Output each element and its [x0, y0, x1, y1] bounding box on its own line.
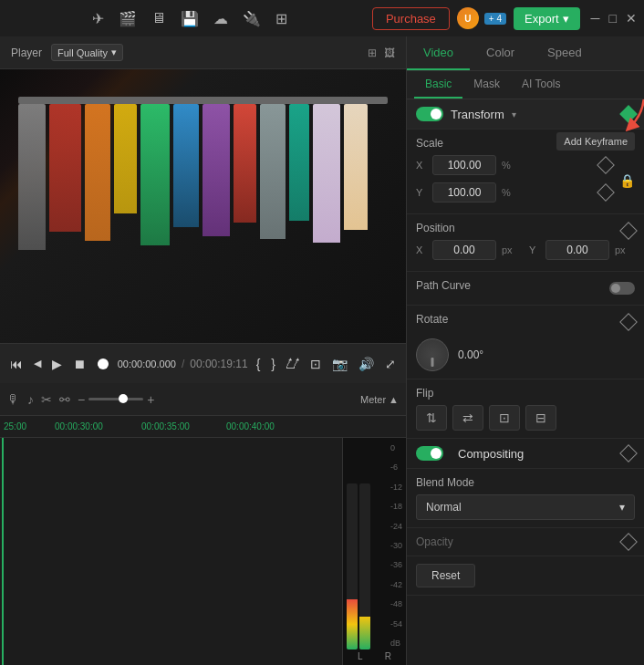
monitor-button[interactable]: ⊡ — [307, 354, 324, 374]
scale-rows: X % Y % 🔒 — [416, 155, 635, 206]
skip-back-button[interactable]: ⏮ — [7, 354, 26, 374]
scale-y-row: Y % — [416, 182, 612, 203]
tab-speed[interactable]: Speed — [531, 36, 598, 70]
zoom-in-button[interactable]: + — [147, 392, 154, 407]
meter-l-label: L — [358, 651, 363, 661]
clip-button[interactable]: ✂ — [41, 392, 52, 407]
timeline-content: 0 -6 -12 -18 -24 -30 -36 -42 -48 -54 dB — [0, 438, 406, 665]
flip-horizontal-button[interactable]: ⇄ — [452, 405, 483, 431]
timeline-area: 🎙 ♪ ✂ ⚯ − + Meter ▲ 25: — [0, 383, 406, 665]
meter-r-label: R — [385, 651, 391, 661]
image-view-icon[interactable]: 🖼 — [384, 47, 395, 59]
fullscreen-button[interactable]: ⤢ — [382, 354, 399, 374]
position-section: Position X px Y px — [407, 214, 644, 272]
zoom-out-button[interactable]: − — [78, 392, 85, 407]
rotate-section: Rotate 0.00° — [407, 306, 644, 379]
meter-42: -42 — [390, 580, 402, 589]
titlebar: ✈ 🎬 🖥 💾 ☁ 🔌 ⊞ Purchase U + 4 Export ▾ ─ … — [0, 0, 644, 36]
meter-6: -6 — [390, 462, 402, 472]
bracket-open-button[interactable]: { — [254, 354, 264, 374]
reset-button[interactable]: Reset — [416, 564, 475, 587]
opacity-keyframe[interactable] — [619, 533, 638, 551]
play-button[interactable]: ▶ — [49, 354, 65, 374]
music-button[interactable]: ♪ — [27, 392, 34, 407]
plugin-icon[interactable]: 🔌 — [243, 10, 261, 27]
ruler-time-1: 25:00 — [4, 421, 26, 431]
compositing-section: Compositing — [407, 439, 644, 469]
transform-keyframe-button[interactable] — [619, 105, 638, 123]
maximize-button[interactable]: □ — [609, 11, 617, 26]
blend-mode-select[interactable]: Normal ▾ — [416, 494, 635, 520]
screenshot-button[interactable]: 📷 — [329, 354, 350, 374]
path-curve-toggle[interactable] — [609, 282, 635, 295]
main-layout: Player Full Quality ▾ ⊞ 🖼 — [0, 36, 644, 665]
meter-db: dB — [390, 639, 402, 648]
media-icon[interactable]: 🎬 — [119, 10, 137, 27]
meter-0: 0 — [390, 443, 402, 452]
compositing-toggle[interactable] — [416, 446, 443, 461]
progress-bar[interactable] — [98, 362, 105, 366]
rotate-knob[interactable] — [416, 338, 449, 371]
quality-select[interactable]: Full Quality ▾ — [51, 44, 123, 61]
transform-caret-icon[interactable]: ▾ — [512, 109, 516, 119]
scale-y-keyframe[interactable] — [597, 183, 615, 202]
scale-y-input[interactable] — [432, 182, 496, 203]
properties-panel: Transform ▾ Add Keyframe Scale — [407, 99, 644, 665]
ruler-time-2: 00:00:30:00 — [55, 421, 103, 431]
compositing-label: Compositing — [458, 447, 524, 461]
mic-button[interactable]: 🎙 — [7, 392, 20, 407]
grid-icon[interactable]: ⊞ — [275, 10, 287, 27]
path-curve-knob — [611, 284, 620, 293]
stop-button[interactable]: ⏹ — [70, 354, 88, 374]
minimize-button[interactable]: ─ — [591, 11, 600, 26]
compositing-toggle-knob — [431, 448, 441, 459]
tab-video[interactable]: Video — [407, 36, 470, 70]
save-icon[interactable]: 💾 — [181, 10, 199, 27]
export-caret-icon: ▾ — [563, 12, 569, 26]
transform-toggle[interactable] — [416, 107, 443, 121]
scale-y-label: Y — [416, 187, 427, 198]
rotate-keyframe[interactable] — [619, 313, 638, 331]
position-x-input[interactable] — [432, 240, 496, 260]
flip-btn-3[interactable]: ⊡ — [489, 405, 520, 431]
bracket-close-button[interactable]: } — [268, 354, 278, 374]
flip-btn-4[interactable]: ⊟ — [525, 405, 556, 431]
sub-tab-basic[interactable]: Basic — [414, 71, 462, 99]
meter-fill-r — [359, 617, 370, 649]
left-panel: Player Full Quality ▾ ⊞ 🖼 — [0, 36, 406, 665]
frame-back-button[interactable]: ◀ — [31, 355, 44, 372]
grid-view-icon[interactable]: ⊞ — [368, 47, 377, 59]
transform-title: Transform — [451, 108, 504, 121]
tab-color[interactable]: Color — [470, 36, 531, 70]
meter-arrow-icon: ▲ — [389, 394, 399, 405]
compositing-keyframe[interactable] — [619, 444, 638, 462]
screen-icon[interactable]: 🖥 — [151, 10, 166, 26]
opacity-row: Opacity — [416, 535, 635, 548]
sub-tab-mask[interactable]: Mask — [462, 71, 511, 99]
scale-x-input[interactable] — [432, 155, 496, 175]
rotate-header: Rotate — [416, 313, 635, 331]
meter-labels: L R — [347, 651, 402, 661]
transform-section-header: Transform ▾ Add Keyframe — [407, 99, 644, 130]
scale-x-keyframe[interactable] — [597, 156, 615, 174]
scale-lock-icon[interactable]: 🔒 — [619, 173, 635, 188]
export-button[interactable]: Export ▾ — [514, 7, 580, 30]
video-background — [0, 69, 406, 343]
meter-fill-l — [347, 599, 358, 649]
split-button[interactable]: ⌰ — [284, 354, 302, 374]
meter-30: -30 — [390, 541, 402, 550]
meter-48: -48 — [390, 599, 402, 608]
purchase-button[interactable]: Purchase — [372, 7, 450, 30]
blend-mode-value: Normal — [426, 501, 462, 514]
rotate-label: Rotate — [416, 313, 448, 326]
sub-tab-ai-tools[interactable]: AI Tools — [511, 71, 571, 99]
cloud-icon[interactable]: ☁ — [213, 10, 228, 27]
flip-vertical-button[interactable]: ⇅ — [416, 405, 447, 431]
zoom-slider[interactable] — [88, 398, 143, 400]
picture-button[interactable]: ⚯ — [59, 392, 70, 407]
close-button[interactable]: ✕ — [626, 11, 637, 26]
position-keyframe[interactable] — [619, 222, 638, 240]
position-y-input[interactable] — [545, 240, 609, 260]
send-icon[interactable]: ✈ — [92, 10, 104, 27]
audio-button[interactable]: 🔊 — [356, 354, 377, 374]
